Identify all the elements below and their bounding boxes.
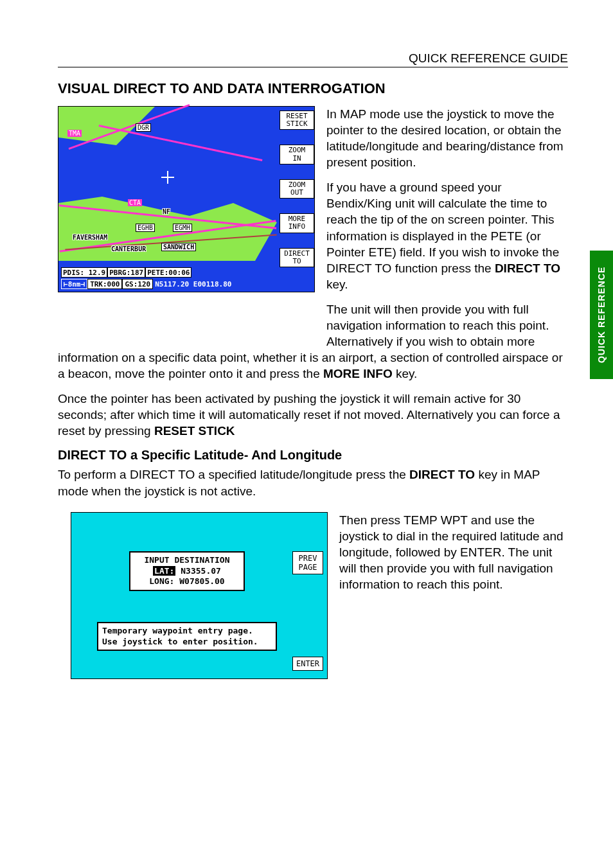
map-label-eghb: EGHB — [136, 224, 155, 232]
section-title: VISUAL DIRECT TO AND DATA INTERROGATION — [58, 80, 568, 97]
softkey-direct-to[interactable]: DIRECT TO — [280, 248, 314, 267]
help-box: Temporary waypoint entry page. Use joyst… — [97, 622, 277, 651]
input-destination-screenshot: INPUT DESTINATION LAT: N3355.07 LONG: W0… — [71, 512, 328, 679]
map-label-dgr: DGR — [136, 123, 151, 132]
map-crosshair-icon — [161, 171, 174, 184]
status-trk: TRK:000 — [87, 279, 122, 289]
content-row-1: TMA DGR CTA NF EGHB EGMH FAVERSHAM CANTE… — [58, 106, 568, 350]
paragraph-1: In MAP mode use the joystick to move the… — [326, 106, 568, 170]
softkey-column: RESET STICK ZOOM IN ZOOM OUT MORE INFO D… — [280, 111, 314, 267]
map-label-tma: TMA — [67, 130, 82, 137]
map-label-faversham: FAVERSHAM — [71, 234, 109, 241]
status-gs: GS:120 — [122, 279, 153, 289]
content-row-2: INPUT DESTINATION LAT: N3355.07 LONG: W0… — [58, 512, 568, 679]
paragraph-2: If you have a ground speed your Bendix/K… — [326, 179, 568, 292]
subsection-title: DIRECT TO a Specific Latitude- And Longi… — [58, 448, 568, 463]
paragraph-3b: information on a specific data point, wh… — [58, 350, 568, 382]
status-pdis: PDIS: 12.9 — [61, 267, 107, 278]
status-bar-2: ⊢8nm⊣ TRK:000 GS:120 N5117.20 E00118.80 — [61, 279, 312, 289]
help-line-1: Temporary waypoint entry page. — [102, 626, 272, 637]
softkey-zoom-out[interactable]: ZOOM OUT — [280, 179, 314, 199]
input-long-row: LONG: W07805.00 — [134, 576, 240, 587]
input-title: INPUT DESTINATION — [134, 555, 240, 566]
status-bar-1: PDIS: 12.9 PBRG:187 PETE:00:06 — [61, 267, 312, 278]
map-label-cta: CTA — [128, 199, 142, 206]
input-destination-box: INPUT DESTINATION LAT: N3355.07 LONG: W0… — [129, 551, 245, 592]
side-tab: QUICK REFERENCE — [590, 251, 613, 379]
input-lat-row: LAT: N3355.07 — [134, 566, 240, 577]
softkey-enter[interactable]: ENTER — [292, 657, 323, 671]
help-line-2: Use joystick to enter position. — [102, 637, 272, 648]
paragraph-6: Then press TEMP WPT and use the joystick… — [339, 512, 568, 592]
paragraph-3a: The unit will then provide you with full… — [326, 301, 568, 350]
paragraph-4: Once the pointer has been activated by p… — [58, 391, 568, 439]
page-header: QUICK REFERENCE GUIDE — [58, 51, 568, 67]
status-pete: PETE:00:06 — [145, 267, 191, 278]
header-title: QUICK REFERENCE GUIDE — [58, 51, 568, 67]
map-screenshot: TMA DGR CTA NF EGHB EGMH FAVERSHAM CANTE… — [58, 106, 315, 292]
softkey-prev-page[interactable]: PREV PAGE — [292, 551, 323, 574]
map-label-nf: NF — [161, 208, 172, 215]
map-label-sandwich: SANDWICH — [161, 243, 196, 251]
status-scale: 8nm — [68, 280, 81, 288]
status-pos: N5117.20 E00118.80 — [153, 279, 233, 289]
status-pbrg: PBRG:187 — [107, 267, 145, 278]
softkey-reset-stick[interactable]: RESET STICK — [280, 111, 314, 130]
map-label-canterbur: CANTERBUR — [110, 245, 147, 252]
softkey-more-info[interactable]: MORE INFO — [280, 213, 314, 233]
map-label-egmh: EGMH — [173, 224, 192, 232]
paragraph-5: To perform a DIRECT TO a specified latit… — [58, 466, 568, 499]
softkey-zoom-in[interactable]: ZOOM IN — [280, 145, 314, 164]
